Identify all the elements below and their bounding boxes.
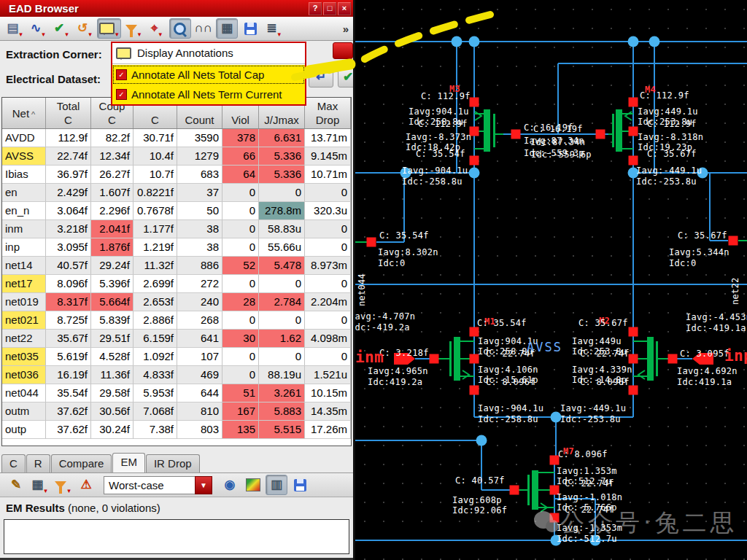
net-name-cell[interactable]: net036 bbox=[2, 366, 46, 384]
data-cell[interactable]: 469 bbox=[177, 366, 222, 384]
data-cell[interactable]: 4.098m bbox=[305, 330, 351, 348]
data-cell[interactable]: 30.71f bbox=[133, 129, 177, 147]
net-name-cell[interactable]: net22 bbox=[2, 330, 46, 348]
checked-checkbox-icon[interactable]: ✓ bbox=[116, 89, 127, 100]
data-cell[interactable]: 1.876f bbox=[91, 238, 133, 257]
data-cell[interactable]: 272 bbox=[177, 275, 222, 293]
data-cell[interactable]: 167 bbox=[222, 402, 259, 421]
data-cell[interactable]: 52 bbox=[222, 257, 259, 275]
filter-icon-button[interactable]: ▾ bbox=[52, 475, 74, 495]
data-cell[interactable]: 37.62f bbox=[46, 402, 91, 421]
net-name-cell[interactable]: outp bbox=[2, 421, 46, 439]
table-row-inm[interactable]: inm3.218f2.041f1.177f38058.83u0 bbox=[2, 220, 351, 238]
data-cell[interactable]: 1.177f bbox=[133, 220, 177, 238]
data-cell[interactable]: 8.973m bbox=[305, 257, 351, 275]
zoom-icon-button[interactable] bbox=[169, 18, 191, 39]
dropdown-caret-icon[interactable]: ▾ bbox=[65, 31, 69, 38]
dropdown-caret-icon[interactable]: ▾ bbox=[115, 31, 119, 38]
data-cell[interactable]: 66 bbox=[222, 147, 259, 166]
dropdown-caret-icon[interactable]: ▾ bbox=[44, 487, 47, 494]
data-cell[interactable]: 38 bbox=[177, 238, 222, 257]
data-cell[interactable]: 13.71m bbox=[305, 129, 351, 147]
data-cell[interactable]: 644 bbox=[177, 384, 222, 402]
data-cell[interactable]: 240 bbox=[177, 293, 222, 311]
data-cell[interactable]: 3.261 bbox=[259, 384, 305, 402]
data-cell[interactable]: 82.2f bbox=[91, 129, 133, 147]
data-cell[interactable]: 2.784 bbox=[259, 293, 305, 311]
annotation-icon-button[interactable]: ▾ bbox=[97, 18, 121, 39]
data-cell[interactable]: 8.725f bbox=[46, 311, 91, 330]
titlebar[interactable]: EAD Browser ?□× bbox=[0, 0, 353, 17]
resistor-icon-button[interactable]: ∿▾ bbox=[27, 18, 49, 39]
data-cell[interactable]: 107 bbox=[177, 348, 222, 366]
data-cell[interactable]: 29.24f bbox=[91, 257, 133, 275]
column-header-max[interactable]: MaxDrop bbox=[305, 98, 351, 128]
data-cell[interactable]: 8.096f bbox=[46, 275, 91, 293]
data-cell[interactable]: 5.515 bbox=[259, 421, 305, 439]
data-cell[interactable]: 5.396f bbox=[91, 275, 133, 293]
data-cell[interactable]: 10.15m bbox=[305, 384, 351, 402]
table-row-net021[interactable]: net0218.725f5.839f2.886f268000 bbox=[2, 311, 351, 330]
data-cell[interactable]: 0 bbox=[259, 311, 305, 330]
data-cell[interactable]: 55.66u bbox=[259, 238, 305, 257]
data-cell[interactable]: 14.35m bbox=[305, 402, 351, 421]
table-row-net044[interactable]: net04435.54f29.58f5.953f644513.26110.15m bbox=[2, 384, 351, 402]
tab-em[interactable]: EM bbox=[112, 453, 145, 472]
net-name-cell[interactable]: net044 bbox=[2, 384, 46, 402]
data-cell[interactable]: 683 bbox=[177, 166, 222, 184]
data-cell[interactable]: 1.62 bbox=[259, 330, 305, 348]
data-cell[interactable]: 0 bbox=[222, 220, 259, 238]
column-header-net[interactable]: Net ^ bbox=[2, 98, 46, 128]
data-cell[interactable]: 35.54f bbox=[46, 384, 91, 402]
data-cell[interactable]: 10.71m bbox=[305, 166, 351, 184]
data-cell[interactable]: 886 bbox=[177, 257, 222, 275]
table-row-AVSS[interactable]: AVSS22.74f12.34f10.4f1279665.3369.145m bbox=[2, 147, 351, 166]
panels-icon-button[interactable]: ▦ bbox=[216, 18, 238, 39]
data-cell[interactable]: 2.204m bbox=[305, 293, 351, 311]
data-cell[interactable]: 88.19u bbox=[259, 366, 305, 384]
data-cell[interactable]: 38 bbox=[177, 220, 222, 238]
binoculars-icon-button[interactable]: ∩∩ bbox=[193, 18, 215, 39]
data-cell[interactable]: 135 bbox=[222, 421, 259, 439]
data-cell[interactable]: 29.58f bbox=[91, 384, 133, 402]
data-cell[interactable]: 58.83u bbox=[259, 220, 305, 238]
data-cell[interactable]: 4.528f bbox=[91, 348, 133, 366]
data-cell[interactable]: 10.7f bbox=[133, 166, 177, 184]
data-cell[interactable]: 5.664f bbox=[91, 293, 133, 311]
net-name-cell[interactable]: net021 bbox=[2, 311, 46, 330]
visibility-icon-button[interactable]: ◉ bbox=[219, 475, 241, 495]
data-cell[interactable]: 3.095f bbox=[46, 238, 91, 257]
data-cell[interactable]: 0 bbox=[305, 311, 351, 330]
table-row-en_n[interactable]: en_n3.064f2.296f0.7678f500278.8m320.3u bbox=[2, 202, 351, 220]
data-cell[interactable]: 64 bbox=[222, 166, 259, 184]
net-name-cell[interactable]: outm bbox=[2, 402, 46, 421]
data-cell[interactable]: 0 bbox=[222, 311, 259, 330]
schematic-canvas[interactable]: 公众号·兔二思 C: 112.9fIavg:904.1uIdc:258.8uC:… bbox=[355, 0, 747, 560]
data-cell[interactable]: 803 bbox=[177, 421, 222, 439]
net-name-cell[interactable]: net035 bbox=[2, 348, 46, 366]
data-cell[interactable]: 5.478 bbox=[259, 257, 305, 275]
data-cell[interactable]: 8.317f bbox=[46, 293, 91, 311]
data-cell[interactable]: 0.7678f bbox=[133, 202, 177, 220]
device-icon-button[interactable]: ≣▾ bbox=[263, 18, 285, 39]
table-row-en[interactable]: en2.429f1.607f0.8221f37000 bbox=[2, 184, 351, 202]
net-name-cell[interactable]: AVDD bbox=[2, 129, 46, 147]
dropdown-caret-icon[interactable]: ▾ bbox=[42, 31, 45, 38]
data-cell[interactable]: 30.24f bbox=[91, 421, 133, 439]
data-cell[interactable]: 3590 bbox=[177, 129, 222, 147]
tab-c[interactable]: C bbox=[1, 454, 26, 472]
table-row-net22[interactable]: net2235.67f29.51f6.159f641301.624.098m bbox=[2, 330, 351, 348]
net-name-cell[interactable]: net14 bbox=[2, 257, 46, 275]
restore-button[interactable]: □ bbox=[323, 2, 336, 15]
data-cell[interactable]: 1.607f bbox=[91, 184, 133, 202]
warning-icon-button[interactable]: ⚠ bbox=[75, 475, 97, 495]
verify-icon-button[interactable]: ✔▾ bbox=[50, 18, 72, 39]
data-cell[interactable]: 2.886f bbox=[133, 311, 177, 330]
data-cell[interactable]: 0 bbox=[259, 348, 305, 366]
tab-compare[interactable]: Compare bbox=[51, 454, 112, 472]
data-cell[interactable]: 2.041f bbox=[91, 220, 133, 238]
data-cell[interactable]: 5.953f bbox=[133, 384, 177, 402]
data-cell[interactable]: 50 bbox=[177, 202, 222, 220]
menu-item-0[interactable]: Display Annotations bbox=[112, 43, 305, 63]
undo-icon-button[interactable]: ↺▾ bbox=[74, 18, 96, 39]
